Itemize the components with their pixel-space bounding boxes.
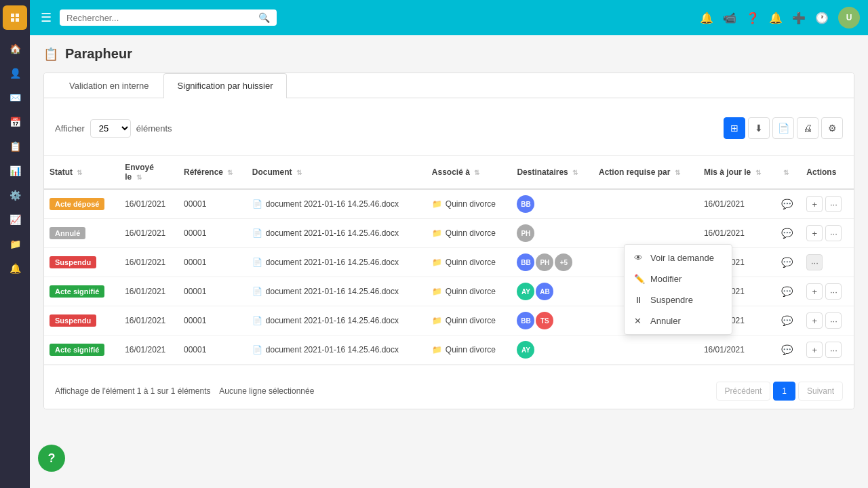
col-action-requise[interactable]: Action requise par ⇅ [593, 156, 698, 189]
col-destinataires[interactable]: Destinataires ⇅ [511, 156, 593, 189]
current-page-btn[interactable]: 1 [773, 382, 795, 401]
cell-status: Acte déposé [44, 189, 119, 219]
cell-document: 📄 document 2021-01-16 14.25.46.docx [247, 277, 427, 306]
add-btn[interactable]: + [806, 312, 823, 329]
doc-icon: 📄 [252, 316, 262, 325]
action-icons: ··· [806, 254, 848, 270]
folder-icon: 📁 [432, 199, 442, 209]
download-btn[interactable]: ⬇ [748, 117, 770, 139]
add-btn[interactable]: + [806, 342, 823, 358]
add-btn[interactable]: + [806, 225, 823, 241]
search-input[interactable] [66, 13, 254, 23]
comment-icon[interactable]: 💬 [781, 344, 793, 355]
sidebar-icon-mail[interactable]: ✉️ [4, 87, 26, 108]
cell-updated: 16/01/2021 [698, 189, 776, 219]
user-avatar[interactable]: U [838, 7, 860, 28]
cell-actions: + ··· [801, 219, 854, 248]
next-page-btn[interactable]: Suivant [798, 382, 843, 401]
avatar-group: PH [517, 224, 588, 242]
col-mis-a-jour[interactable]: Mis à jour le ⇅ [698, 156, 776, 189]
dropdown-item-modifier[interactable]: ✏️Modifier [625, 268, 732, 289]
comment-icon[interactable]: 💬 [781, 199, 793, 209]
cell-associate: 📁 Quinn divorce [427, 306, 512, 336]
dropdown-item-label: Annuler [650, 316, 681, 326]
cell-sent-date: 16/01/2021 [119, 277, 178, 306]
page-title-icon: 📋 [43, 47, 58, 62]
add-btn[interactable]: + [806, 196, 823, 212]
sidebar-icon-home[interactable]: 🏠 [4, 38, 26, 60]
folder-icon: 📁 [432, 228, 442, 238]
tab-validation-interne[interactable]: Validation en interne [55, 73, 163, 98]
cell-destinataires: BB [511, 189, 593, 219]
dropdown-item-annuler[interactable]: ✕Annuler [625, 310, 732, 331]
print-btn[interactable]: 🖨 [797, 117, 818, 139]
sidebar-icon-analytics[interactable]: 📈 [4, 209, 26, 230]
col-reference[interactable]: Référence ⇅ [178, 156, 247, 189]
cell-action-by [593, 336, 698, 365]
sidebar-icon-user[interactable]: 👤 [4, 62, 26, 84]
cell-actions: + ··· [801, 336, 854, 365]
avatar: BB [517, 312, 534, 329]
more-btn[interactable]: ··· [825, 312, 842, 329]
table-row: Acte déposé 16/01/2021 00001 📄 document … [44, 189, 854, 219]
cell-actions: + ··· [801, 306, 854, 336]
folder-icon: 📁 [432, 345, 442, 354]
comment-icon[interactable]: 💬 [781, 257, 793, 268]
sidebar-icon-folder[interactable]: 📁 [4, 233, 26, 255]
prev-page-btn[interactable]: Précédent [716, 382, 771, 401]
cell-document: 📄 document 2021-01-16 14.25.46.docx [247, 336, 427, 365]
more-btn[interactable]: ··· [825, 342, 842, 358]
view-table-btn[interactable]: ⊞ [724, 117, 745, 139]
pagination-bar: Affichage de l'élément 1 à 1 sur 1 éléme… [55, 382, 843, 401]
help-button[interactable]: ? [38, 445, 65, 472]
cell-reference: 00001 [178, 306, 247, 336]
table-controls: Afficher 25 50 100 éléments ⊞ ⬇ 📄 🖨 ⚙ [55, 117, 843, 139]
sidebar-icon-calendar[interactable]: 📅 [4, 111, 26, 133]
col-associe[interactable]: Associé à ⇅ [427, 156, 512, 189]
doc-name: document 2021-01-16 14.25.46.docx [266, 287, 399, 296]
sidebar-icon-bell[interactable]: 🔔 [4, 258, 26, 279]
avatar-group: BB [517, 195, 588, 213]
sort-icon-action: ⇅ [675, 169, 680, 176]
video-icon[interactable]: 📹 [723, 12, 736, 24]
more-btn[interactable]: ··· [825, 196, 842, 212]
col-document[interactable]: Document ⇅ [247, 156, 427, 189]
comment-icon[interactable]: 💬 [781, 315, 793, 326]
help-icon[interactable]: ❓ [746, 12, 760, 24]
page-title: Parapheur [65, 46, 132, 62]
comment-icon[interactable]: 💬 [781, 228, 793, 239]
dropdown-item-suspendre[interactable]: ⏸Suspendre [625, 289, 732, 310]
export-btn[interactable]: 📄 [772, 117, 794, 139]
add-btn[interactable]: + [806, 283, 823, 300]
pagination-buttons: Précédent 1 Suivant [716, 382, 843, 401]
show-select[interactable]: 25 50 100 [90, 119, 131, 138]
col-envoye-le[interactable]: Envoyéle ⇅ [119, 156, 178, 189]
sidebar-icon-parapheur[interactable]: 📋 [4, 136, 26, 157]
notification-icon[interactable]: 🔔 [700, 12, 713, 24]
doc-name: document 2021-01-16 14.25.46.docx [266, 258, 399, 267]
comment-icon[interactable]: 💬 [781, 286, 793, 297]
sidebar-icon-settings[interactable]: ⚙️ [4, 184, 26, 206]
col-statut[interactable]: Statut ⇅ [44, 156, 119, 189]
dropdown-item-voir-la-demande[interactable]: 👁Voir la demande [625, 247, 732, 268]
filter-btn[interactable]: ⚙ [821, 117, 843, 139]
doc-icon: 📄 [252, 258, 262, 267]
doc-name: document 2021-01-16 14.25.46.docx [266, 228, 399, 238]
folder-icon: 📁 [432, 258, 442, 267]
add-icon[interactable]: ➕ [792, 12, 806, 24]
menu-button[interactable]: ☰ [38, 7, 54, 28]
more-btn[interactable]: ··· [825, 225, 842, 241]
cell-status: Acte signifié [44, 336, 119, 365]
cell-comment: 💬 [776, 306, 802, 336]
action-icons: + ··· [806, 225, 848, 241]
assoc-name: Quinn divorce [446, 228, 496, 238]
col-extra[interactable]: ⇅ [776, 156, 802, 189]
cell-destinataires: BBTS [511, 306, 593, 336]
more-btn[interactable]: ··· [806, 254, 823, 270]
tab-signification-huissier[interactable]: Signification par huissier [163, 73, 288, 98]
dropdown-item-icon: ✕ [634, 316, 645, 326]
clock-icon[interactable]: 🕐 [815, 12, 829, 24]
alert-icon[interactable]: 🔔 [769, 12, 783, 24]
sidebar-icon-chart[interactable]: 📊 [4, 160, 26, 182]
more-btn[interactable]: ··· [825, 283, 842, 300]
